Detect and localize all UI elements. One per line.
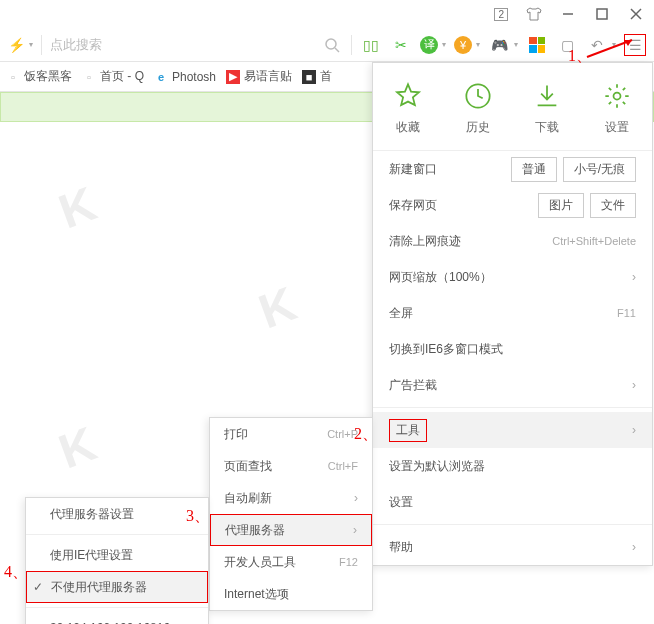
label: 开发人员工具 (224, 554, 339, 571)
menu-settings[interactable]: 设置 (602, 81, 632, 136)
divider (373, 524, 652, 525)
caret-icon[interactable]: ▾ (514, 40, 518, 49)
proxy-none-item[interactable]: ✓ 不使用代理服务器 (26, 571, 208, 603)
tab-label: 首 (320, 68, 332, 85)
label: 清除上网痕迹 (389, 233, 552, 250)
proxy-address-item[interactable]: 39.104.160.100:16816 (26, 612, 208, 624)
shortcut: F11 (617, 307, 636, 319)
label: 网页缩放（100%） (389, 269, 632, 286)
menu-clear-trace[interactable]: 清除上网痕迹 Ctrl+Shift+Delete (373, 223, 652, 259)
save-file-button[interactable]: 文件 (590, 193, 636, 218)
caret-icon[interactable]: ▾ (442, 40, 446, 49)
label: 页面查找 (224, 458, 328, 475)
submenu-autorefresh[interactable]: 自动刷新 › (210, 482, 372, 514)
book-icon[interactable]: ▯▯ (360, 34, 382, 56)
submenu-proxy[interactable]: 代理服务器 › (210, 514, 372, 546)
apps-icon[interactable] (526, 34, 548, 56)
chevron-right-icon: › (632, 423, 636, 437)
menu-settings-row[interactable]: 设置 (373, 484, 652, 520)
menu-help[interactable]: 帮助 › (373, 529, 652, 565)
shortcut: F12 (339, 556, 358, 568)
gamepad-icon[interactable]: 🎮 (488, 34, 510, 56)
chevron-right-icon: › (632, 540, 636, 554)
mode-caret-icon[interactable]: ▾ (29, 40, 33, 49)
label: 收藏 (396, 119, 420, 136)
tab-label: 饭客黑客 (24, 68, 72, 85)
caret-icon[interactable]: ▾ (476, 40, 480, 49)
shortcut: Ctrl+P (327, 428, 358, 440)
check-icon: ✓ (33, 580, 47, 594)
submenu-find[interactable]: 页面查找 Ctrl+F (210, 450, 372, 482)
submenu-devtools[interactable]: 开发人员工具 F12 (210, 546, 372, 578)
label: 设置 (389, 494, 636, 511)
tab[interactable]: ▫饭客黑客 (6, 68, 72, 85)
chevron-right-icon: › (632, 378, 636, 392)
undo-icon[interactable]: ↶ (586, 34, 608, 56)
wallet-icon[interactable]: ¥ (454, 36, 472, 54)
chevron-right-icon: › (632, 270, 636, 284)
tab[interactable]: ePhotosh (154, 70, 216, 84)
search-icon[interactable] (321, 34, 343, 56)
svg-line-5 (335, 48, 339, 52)
tab[interactable]: ▫首页 - Q (82, 68, 144, 85)
scissors-icon[interactable]: ✂ (390, 34, 412, 56)
page-icon: ▫ (6, 70, 20, 84)
svg-rect-1 (597, 9, 607, 19)
chevron-right-icon: › (353, 523, 357, 537)
label: 代理服务器 (225, 522, 353, 539)
maximize-icon[interactable] (594, 6, 610, 22)
main-menu: 收藏 历史 下载 设置 新建窗口 普通 小号/无痕 保存网页 图片 文件 清除上… (372, 62, 653, 566)
menu-favorites[interactable]: 收藏 (393, 81, 423, 136)
label: 历史 (466, 119, 490, 136)
close-icon[interactable] (628, 6, 644, 22)
proxy-use-ie-item[interactable]: 使用IE代理设置 (26, 539, 208, 571)
label: 切换到IE6多窗口模式 (389, 341, 636, 358)
menu-zoom[interactable]: 网页缩放（100%） › (373, 259, 652, 295)
lightning-icon[interactable]: ⚡ (8, 37, 25, 53)
site-icon: ■ (302, 70, 316, 84)
label: 自动刷新 (224, 490, 354, 507)
chevron-right-icon: › (354, 491, 358, 505)
search-input[interactable]: 点此搜索 (50, 36, 210, 54)
submenu-print[interactable]: 打印 Ctrl+P (210, 418, 372, 450)
label: 保存网页 (389, 197, 538, 214)
proxy-settings-item[interactable]: 代理服务器设置 (26, 498, 208, 530)
tab[interactable]: ■首 (302, 68, 332, 85)
label: 设置 (605, 119, 629, 136)
label: 广告拦截 (389, 377, 632, 394)
caret-icon[interactable]: ▾ (612, 40, 616, 49)
menu-fullscreen[interactable]: 全屏 F11 (373, 295, 652, 331)
ps-icon: e (154, 70, 168, 84)
tab-label: 首页 - Q (100, 68, 144, 85)
menu-new-window[interactable]: 新建窗口 普通 小号/无痕 (373, 151, 652, 187)
menu-tools[interactable]: 工具 › (373, 412, 652, 448)
new-private-button[interactable]: 小号/无痕 (563, 157, 636, 182)
menu-ie6-mode[interactable]: 切换到IE6多窗口模式 (373, 331, 652, 367)
minimize-icon[interactable] (560, 6, 576, 22)
shirt-icon[interactable] (526, 6, 542, 22)
label: 设置为默认浏览器 (389, 458, 636, 475)
new-normal-button[interactable]: 普通 (511, 157, 557, 182)
tab-label: 易语言贴 (244, 68, 292, 85)
label: 下载 (535, 119, 559, 136)
hamburger-menu-icon[interactable]: ☰ (624, 34, 646, 56)
menu-downloads[interactable]: 下载 (532, 81, 562, 136)
tools-submenu: 打印 Ctrl+P 页面查找 Ctrl+F 自动刷新 › 代理服务器 › 开发人… (209, 417, 373, 611)
translate-icon[interactable]: 译 (420, 36, 438, 54)
submenu-internet-options[interactable]: Internet选项 (210, 578, 372, 610)
menu-history[interactable]: 历史 (463, 81, 493, 136)
star-icon (393, 81, 423, 111)
tab-count-badge: 2 (494, 8, 508, 21)
clock-icon (463, 81, 493, 111)
menu-adblock[interactable]: 广告拦截 › (373, 367, 652, 403)
svg-point-7 (614, 93, 621, 100)
label: 使用IE代理设置 (50, 547, 194, 564)
menu-default-browser[interactable]: 设置为默认浏览器 (373, 448, 652, 484)
device-icon[interactable]: ▢ (556, 34, 578, 56)
save-image-button[interactable]: 图片 (538, 193, 584, 218)
shortcut: Ctrl+Shift+Delete (552, 235, 636, 247)
tab[interactable]: ▶易语言贴 (226, 68, 292, 85)
menu-save-page[interactable]: 保存网页 图片 文件 (373, 187, 652, 223)
label: 全屏 (389, 305, 617, 322)
tab-label: Photosh (172, 70, 216, 84)
